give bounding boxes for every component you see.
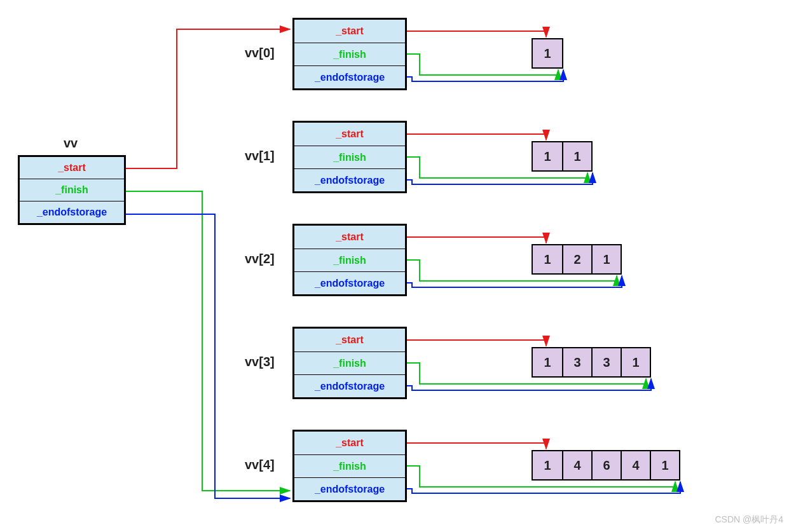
cell: 3	[562, 348, 591, 376]
row-label: vv[4]	[245, 458, 275, 472]
inner-vector: _start_finish_endofstorage	[292, 18, 407, 90]
inner-vector: _start_finish_endofstorage	[292, 121, 407, 193]
field-finish: _finish	[294, 454, 405, 477]
data-cells: 121	[532, 244, 622, 275]
cell: 1	[591, 245, 621, 273]
root-start: _start	[20, 157, 124, 179]
field-start: _start	[294, 226, 405, 249]
row-label: vv[3]	[245, 355, 275, 369]
cell: 2	[562, 245, 591, 273]
cell: 4	[621, 451, 650, 479]
field-finish: _finish	[294, 351, 405, 374]
cell: 1	[650, 451, 679, 479]
row-label: vv[1]	[245, 149, 275, 163]
inner-vector: _start_finish_endofstorage	[292, 327, 407, 399]
cell: 6	[591, 451, 621, 479]
root-vector: _start _finish _endofstorage	[18, 155, 126, 225]
data-cells: 14641	[532, 450, 680, 481]
field-start: _start	[294, 20, 405, 43]
cell: 3	[591, 348, 621, 376]
field-start: _start	[294, 123, 405, 146]
data-cells: 11	[532, 141, 593, 172]
field-start: _start	[294, 432, 405, 454]
inner-vector: _start_finish_endofstorage	[292, 430, 407, 502]
row-label: vv[0]	[245, 46, 275, 60]
data-cells: 1331	[532, 347, 651, 378]
cell: 1	[533, 348, 562, 376]
inner-vector: _start_finish_endofstorage	[292, 224, 407, 296]
field-finish: _finish	[294, 249, 405, 271]
cell: 1	[562, 142, 591, 170]
root-endofstorage: _endofstorage	[20, 201, 124, 223]
field-end: _endofstorage	[294, 271, 405, 294]
field-end: _endofstorage	[294, 374, 405, 397]
field-start: _start	[294, 329, 405, 351]
field-end: _endofstorage	[294, 477, 405, 500]
root-finish: _finish	[20, 179, 124, 201]
cell: 1	[533, 451, 562, 479]
row-label: vv[2]	[245, 252, 275, 266]
cell: 4	[562, 451, 591, 479]
watermark: CSDN @枫叶丹4	[715, 514, 783, 526]
cell: 1	[621, 348, 650, 376]
data-cells: 1	[532, 38, 563, 69]
cell: 1	[533, 39, 562, 67]
field-end: _endofstorage	[294, 168, 405, 191]
field-finish: _finish	[294, 146, 405, 168]
root-label: vv	[64, 136, 78, 151]
field-end: _endofstorage	[294, 65, 405, 88]
cell: 1	[533, 142, 562, 170]
field-finish: _finish	[294, 43, 405, 65]
cell: 1	[533, 245, 562, 273]
